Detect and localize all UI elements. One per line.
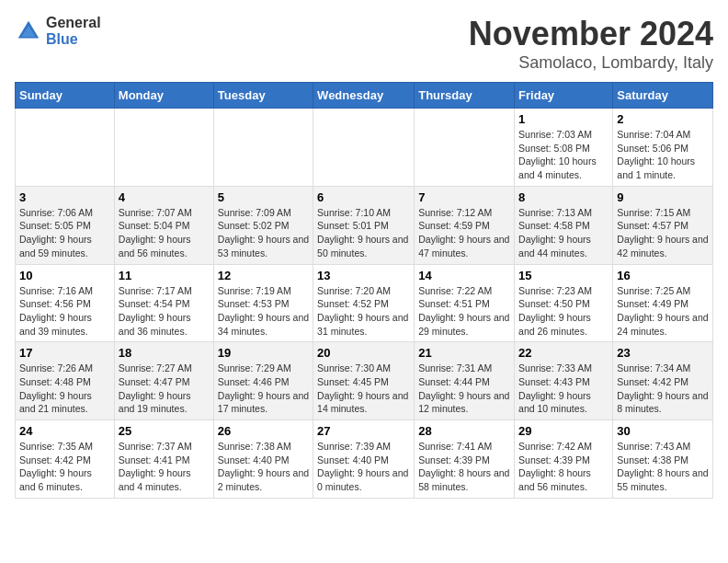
calendar-cell: 18Sunrise: 7:27 AMSunset: 4:47 PMDayligh… xyxy=(114,342,213,420)
day-info: Sunrise: 7:03 AMSunset: 5:08 PMDaylight:… xyxy=(518,128,609,182)
day-number: 5 xyxy=(218,190,309,204)
calendar-cell: 7Sunrise: 7:12 AMSunset: 4:59 PMDaylight… xyxy=(415,186,515,264)
calendar-cell: 2Sunrise: 7:04 AMSunset: 5:06 PMDaylight… xyxy=(613,109,713,187)
calendar-cell: 17Sunrise: 7:26 AMSunset: 4:48 PMDayligh… xyxy=(16,342,115,420)
header-friday: Friday xyxy=(515,83,613,109)
calendar-week-row: 17Sunrise: 7:26 AMSunset: 4:48 PMDayligh… xyxy=(16,342,713,420)
header: General Blue November 2024 Samolaco, Lom… xyxy=(15,15,713,73)
day-number: 10 xyxy=(19,269,110,282)
day-number: 12 xyxy=(218,269,309,282)
day-info: Sunrise: 7:17 AMSunset: 4:54 PMDaylight:… xyxy=(119,284,210,339)
logo: General Blue xyxy=(15,15,101,47)
calendar-cell: 27Sunrise: 7:39 AMSunset: 4:40 PMDayligh… xyxy=(313,420,415,499)
day-number: 21 xyxy=(418,346,510,360)
day-number: 4 xyxy=(119,190,210,204)
day-number: 23 xyxy=(617,346,709,360)
day-info: Sunrise: 7:04 AMSunset: 5:06 PMDaylight:… xyxy=(617,128,709,182)
calendar-cell xyxy=(415,109,515,187)
calendar-cell: 21Sunrise: 7:31 AMSunset: 4:44 PMDayligh… xyxy=(415,342,515,420)
calendar-week-row: 3Sunrise: 7:06 AMSunset: 5:05 PMDaylight… xyxy=(16,186,713,264)
header-monday: Monday xyxy=(114,83,213,109)
calendar-cell: 9Sunrise: 7:15 AMSunset: 4:57 PMDaylight… xyxy=(613,186,713,264)
logo-general-text: General xyxy=(46,15,101,31)
calendar-cell: 26Sunrise: 7:38 AMSunset: 4:40 PMDayligh… xyxy=(213,420,313,499)
header-wednesday: Wednesday xyxy=(313,83,415,109)
calendar-cell: 23Sunrise: 7:34 AMSunset: 4:42 PMDayligh… xyxy=(613,342,713,420)
day-info: Sunrise: 7:37 AMSunset: 4:41 PMDaylight:… xyxy=(119,440,210,494)
day-number: 20 xyxy=(317,346,410,360)
day-number: 29 xyxy=(518,424,609,438)
day-number: 14 xyxy=(418,269,510,282)
logo-blue-text: Blue xyxy=(46,31,101,48)
day-number: 30 xyxy=(617,424,709,438)
day-info: Sunrise: 7:23 AMSunset: 4:50 PMDaylight:… xyxy=(518,284,609,339)
calendar-cell: 22Sunrise: 7:33 AMSunset: 4:43 PMDayligh… xyxy=(515,342,613,420)
day-number: 19 xyxy=(218,346,309,360)
day-info: Sunrise: 7:30 AMSunset: 4:45 PMDaylight:… xyxy=(317,362,410,416)
day-number: 25 xyxy=(119,424,210,438)
calendar-week-row: 1Sunrise: 7:03 AMSunset: 5:08 PMDaylight… xyxy=(16,109,713,187)
header-tuesday: Tuesday xyxy=(213,83,313,109)
calendar-cell: 12Sunrise: 7:19 AMSunset: 4:53 PMDayligh… xyxy=(213,264,313,342)
day-info: Sunrise: 7:16 AMSunset: 4:56 PMDaylight:… xyxy=(19,284,110,339)
day-number: 2 xyxy=(617,112,709,126)
calendar-cell: 14Sunrise: 7:22 AMSunset: 4:51 PMDayligh… xyxy=(415,264,515,342)
calendar-cell xyxy=(114,109,213,187)
calendar-week-row: 24Sunrise: 7:35 AMSunset: 4:42 PMDayligh… xyxy=(16,420,713,499)
calendar-cell: 4Sunrise: 7:07 AMSunset: 5:04 PMDaylight… xyxy=(114,186,213,264)
header-sunday: Sunday xyxy=(16,83,115,109)
day-number: 28 xyxy=(418,424,510,438)
day-number: 15 xyxy=(518,269,609,282)
day-info: Sunrise: 7:38 AMSunset: 4:40 PMDaylight:… xyxy=(218,440,309,494)
day-number: 18 xyxy=(119,346,210,360)
day-info: Sunrise: 7:35 AMSunset: 4:42 PMDaylight:… xyxy=(19,440,110,494)
calendar-cell xyxy=(313,109,415,187)
calendar-cell: 29Sunrise: 7:42 AMSunset: 4:39 PMDayligh… xyxy=(515,420,613,499)
day-info: Sunrise: 7:42 AMSunset: 4:39 PMDaylight:… xyxy=(518,440,609,494)
day-number: 11 xyxy=(119,269,210,282)
calendar-cell: 3Sunrise: 7:06 AMSunset: 5:05 PMDaylight… xyxy=(16,186,115,264)
calendar-cell: 6Sunrise: 7:10 AMSunset: 5:01 PMDaylight… xyxy=(313,186,415,264)
day-info: Sunrise: 7:43 AMSunset: 4:38 PMDaylight:… xyxy=(617,440,709,494)
day-info: Sunrise: 7:22 AMSunset: 4:51 PMDaylight:… xyxy=(418,284,510,339)
day-info: Sunrise: 7:34 AMSunset: 4:42 PMDaylight:… xyxy=(617,362,709,416)
calendar-week-row: 10Sunrise: 7:16 AMSunset: 4:56 PMDayligh… xyxy=(16,264,713,342)
calendar-cell: 15Sunrise: 7:23 AMSunset: 4:50 PMDayligh… xyxy=(515,264,613,342)
calendar-table: SundayMondayTuesdayWednesdayThursdayFrid… xyxy=(15,82,713,499)
calendar-cell: 30Sunrise: 7:43 AMSunset: 4:38 PMDayligh… xyxy=(613,420,713,499)
day-number: 16 xyxy=(617,269,709,282)
title-area: November 2024 Samolaco, Lombardy, Italy xyxy=(469,15,713,73)
calendar-cell: 19Sunrise: 7:29 AMSunset: 4:46 PMDayligh… xyxy=(213,342,313,420)
day-info: Sunrise: 7:19 AMSunset: 4:53 PMDaylight:… xyxy=(218,284,309,339)
day-info: Sunrise: 7:39 AMSunset: 4:40 PMDaylight:… xyxy=(317,440,410,494)
calendar-cell: 16Sunrise: 7:25 AMSunset: 4:49 PMDayligh… xyxy=(613,264,713,342)
day-info: Sunrise: 7:26 AMSunset: 4:48 PMDaylight:… xyxy=(19,362,110,416)
location-title: Samolaco, Lombardy, Italy xyxy=(469,53,713,73)
month-title: November 2024 xyxy=(469,15,713,53)
calendar-header-row: SundayMondayTuesdayWednesdayThursdayFrid… xyxy=(16,83,713,109)
calendar-cell xyxy=(16,109,115,187)
day-number: 17 xyxy=(19,346,110,360)
header-saturday: Saturday xyxy=(613,83,713,109)
day-info: Sunrise: 7:20 AMSunset: 4:52 PMDaylight:… xyxy=(317,284,410,339)
day-number: 13 xyxy=(317,269,410,282)
day-info: Sunrise: 7:27 AMSunset: 4:47 PMDaylight:… xyxy=(119,362,210,416)
calendar-cell: 28Sunrise: 7:41 AMSunset: 4:39 PMDayligh… xyxy=(415,420,515,499)
day-info: Sunrise: 7:31 AMSunset: 4:44 PMDaylight:… xyxy=(418,362,510,416)
day-info: Sunrise: 7:29 AMSunset: 4:46 PMDaylight:… xyxy=(218,362,309,416)
calendar-cell: 5Sunrise: 7:09 AMSunset: 5:02 PMDaylight… xyxy=(213,186,313,264)
calendar-cell: 1Sunrise: 7:03 AMSunset: 5:08 PMDaylight… xyxy=(515,109,613,187)
calendar-cell: 20Sunrise: 7:30 AMSunset: 4:45 PMDayligh… xyxy=(313,342,415,420)
calendar-cell: 24Sunrise: 7:35 AMSunset: 4:42 PMDayligh… xyxy=(16,420,115,499)
logo-icon xyxy=(15,17,42,45)
day-number: 22 xyxy=(518,346,609,360)
day-number: 9 xyxy=(617,190,709,204)
day-info: Sunrise: 7:07 AMSunset: 5:04 PMDaylight:… xyxy=(119,206,210,260)
day-number: 7 xyxy=(418,190,510,204)
day-number: 8 xyxy=(518,190,609,204)
day-info: Sunrise: 7:15 AMSunset: 4:57 PMDaylight:… xyxy=(617,206,709,260)
calendar-cell: 13Sunrise: 7:20 AMSunset: 4:52 PMDayligh… xyxy=(313,264,415,342)
day-info: Sunrise: 7:13 AMSunset: 4:58 PMDaylight:… xyxy=(518,206,609,260)
header-thursday: Thursday xyxy=(415,83,515,109)
day-info: Sunrise: 7:33 AMSunset: 4:43 PMDaylight:… xyxy=(518,362,609,416)
